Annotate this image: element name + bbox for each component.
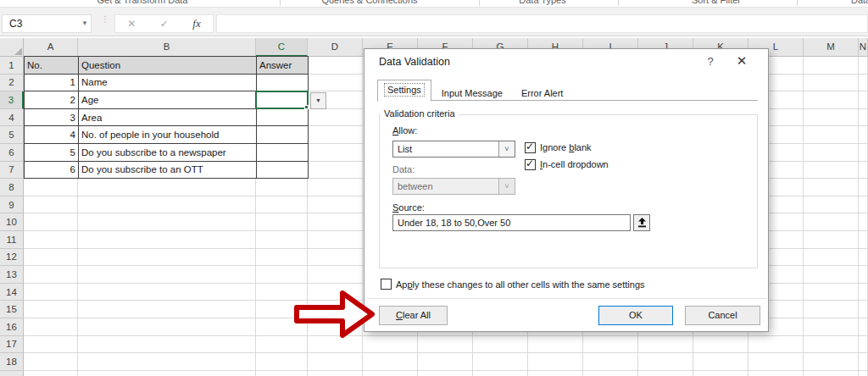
ribbon-group-data: Data (851, 0, 868, 6)
column-header-M[interactable]: M (804, 38, 859, 57)
table-header-cell[interactable]: Question (79, 57, 257, 75)
table-cell[interactable]: 6 (25, 161, 79, 179)
cancel-button[interactable]: Cancel (685, 306, 760, 325)
row-header-16[interactable]: 16 (0, 318, 24, 336)
table-cell[interactable] (257, 74, 309, 91)
row-header-15[interactable]: 15 (0, 301, 24, 318)
formula-input[interactable] (216, 14, 868, 33)
table-cell[interactable]: Age (79, 91, 257, 109)
validation-criteria-label: Validation criteria (381, 108, 459, 119)
apply-changes-label: Apply these changes to all other cells w… (396, 279, 645, 290)
table-header-cell[interactable]: No. (25, 57, 79, 75)
fill-handle[interactable] (304, 105, 309, 109)
ignore-blank-label: Ignore blank (540, 142, 592, 152)
source-label: Source: (392, 202, 425, 213)
gridline (24, 335, 868, 336)
ribbon-strip: Get & Transform Data Queries & Connectio… (0, 0, 868, 7)
row-header-6[interactable]: 6 (0, 144, 24, 162)
row-header-14[interactable]: 14 (0, 284, 24, 301)
enter-icon[interactable]: ✓ (160, 18, 169, 30)
ignore-blank-checkbox[interactable]: ✓ (525, 142, 536, 153)
ok-button[interactable]: OK (598, 306, 673, 325)
dialog-title: Data Validation (379, 56, 450, 68)
row-header-1[interactable]: 1 (0, 57, 24, 75)
table-cell[interactable]: 4 (25, 126, 79, 144)
row-header-17[interactable]: 17 (0, 336, 24, 354)
data-validation-dialog: Data Validation ? ✕ Settings Input Messa… (364, 48, 769, 332)
check-icon: ✓ (526, 158, 534, 169)
table-cell[interactable]: 2 (25, 91, 79, 109)
red-arrow-annotation (292, 288, 377, 340)
collapse-dialog-button[interactable] (633, 214, 650, 231)
column-header-A[interactable]: A (24, 38, 78, 57)
table-cell[interactable]: Name (79, 74, 257, 91)
ribbon-separator (280, 0, 281, 6)
tab-row: Settings Input Message Error Alert (377, 82, 573, 102)
row-header-7[interactable]: 7 (0, 162, 24, 180)
table-row: 6Do you subscribe to an OTT (25, 161, 309, 179)
table-cell[interactable]: Do you subscribe to an OTT (79, 161, 257, 179)
row-header-2[interactable]: 2 (0, 75, 24, 92)
row-header-3[interactable]: 3 (0, 91, 24, 109)
gridline (858, 57, 859, 376)
selected-cell-outline (255, 91, 309, 109)
row-header-5[interactable]: 5 (0, 126, 24, 144)
table-cell[interactable]: 5 (25, 143, 79, 161)
close-icon[interactable]: ✕ (731, 53, 753, 70)
row-header-12[interactable]: 12 (0, 249, 24, 267)
row-header-11[interactable]: 11 (0, 231, 24, 249)
allow-combobox[interactable]: List ˅ (392, 141, 515, 158)
cancel-icon[interactable]: ✕ (127, 18, 136, 30)
table-cell[interactable] (257, 161, 309, 179)
source-input[interactable]: Under 18, 18 to 50,Over 50 (392, 214, 631, 231)
in-cell-dropdown-checkbox[interactable]: ✓ (525, 159, 536, 170)
row-header-10[interactable]: 10 (0, 213, 24, 231)
table-cell[interactable]: 3 (25, 108, 79, 126)
table-cell[interactable]: Area (79, 108, 257, 126)
table-cell[interactable]: No. of people in your household (79, 126, 257, 144)
tab-settings[interactable]: Settings (377, 80, 431, 102)
formula-bar-buttons: ✕ ✓ fx (114, 14, 214, 33)
apply-changes-checkbox[interactable] (381, 279, 392, 290)
question-table: No.QuestionAnswer1Name2Age3Area4No. of p… (24, 56, 309, 179)
formula-bar-handle-icon[interactable]: ⋮ (101, 17, 109, 21)
gridline (24, 370, 868, 371)
row-header-18[interactable]: 18 (0, 353, 24, 371)
gridline (803, 57, 804, 376)
row-header-13[interactable]: 13 (0, 266, 24, 284)
name-box-dropdown-icon[interactable]: ▼ (78, 14, 92, 33)
table-cell[interactable] (257, 126, 309, 144)
ribbon-separator (797, 0, 798, 6)
column-header-B[interactable]: B (78, 38, 256, 57)
table-cell[interactable]: Do you subscribe to a newspaper (79, 143, 257, 161)
table-header-cell[interactable]: Answer (257, 57, 309, 75)
in-cell-dropdown-button[interactable]: ▼ (310, 92, 326, 109)
ribbon-group-queries: Queries & Connections (321, 0, 417, 6)
row-header-4[interactable]: 4 (0, 109, 24, 127)
row-header-19[interactable]: 19 (0, 371, 24, 376)
table-row: 4No. of people in your household (25, 126, 309, 144)
row-header-8[interactable]: 8 (0, 179, 24, 196)
table-cell[interactable] (257, 108, 309, 126)
row-header-9[interactable]: 9 (0, 196, 24, 214)
table-header-row: No.QuestionAnswer (25, 57, 309, 75)
button-separator (368, 298, 766, 299)
column-header-D[interactable]: D (308, 38, 363, 57)
chevron-down-icon[interactable]: ˅ (498, 141, 515, 157)
ribbon-group-sort-filter: Sort & Filter (692, 0, 741, 6)
tab-input-message[interactable]: Input Message (433, 85, 511, 102)
chevron-down-icon: ˅ (498, 179, 515, 194)
column-header-N[interactable]: N (859, 38, 868, 57)
insert-function-icon[interactable]: fx (192, 17, 200, 30)
table-row: 5Do you subscribe to a newspaper (25, 143, 309, 161)
help-icon[interactable]: ? (702, 55, 719, 70)
check-icon: ✓ (526, 141, 534, 152)
column-header-C[interactable]: C (256, 38, 308, 57)
range-select-icon (637, 218, 647, 228)
table-cell[interactable] (257, 143, 309, 161)
tab-error-alert[interactable]: Error Alert (513, 85, 572, 102)
table-row: 3Area (25, 108, 309, 126)
gridline (24, 352, 868, 353)
clear-all-button[interactable]: Clear All (379, 306, 448, 325)
table-cell[interactable]: 1 (25, 74, 79, 91)
